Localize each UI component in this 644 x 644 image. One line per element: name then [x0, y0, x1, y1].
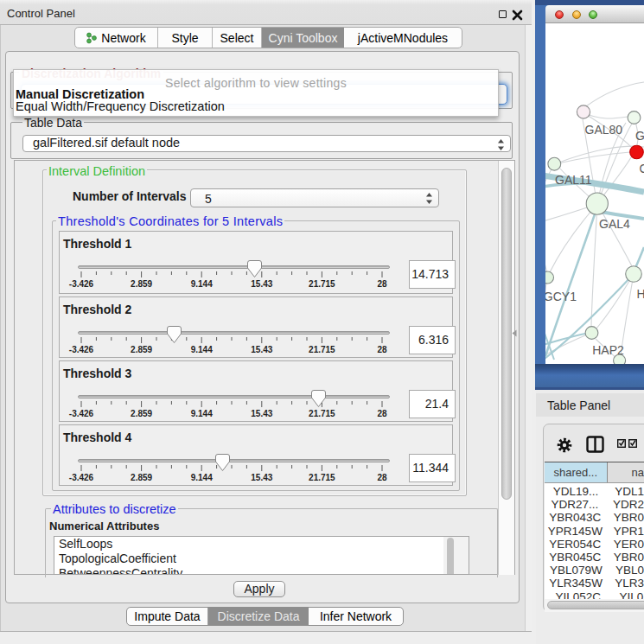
svg-text:GAL4: GAL4 [599, 217, 630, 231]
svg-text:GAL80: GAL80 [585, 123, 623, 137]
svg-text:GCY1: GCY1 [545, 290, 577, 303]
svg-text:GAL11: GAL11 [555, 173, 592, 187]
svg-text:H: H [637, 287, 644, 301]
svg-text:C: C [640, 162, 644, 175]
svg-text:HAP2: HAP2 [592, 343, 624, 357]
svg-text:G..: G.. [635, 129, 644, 143]
